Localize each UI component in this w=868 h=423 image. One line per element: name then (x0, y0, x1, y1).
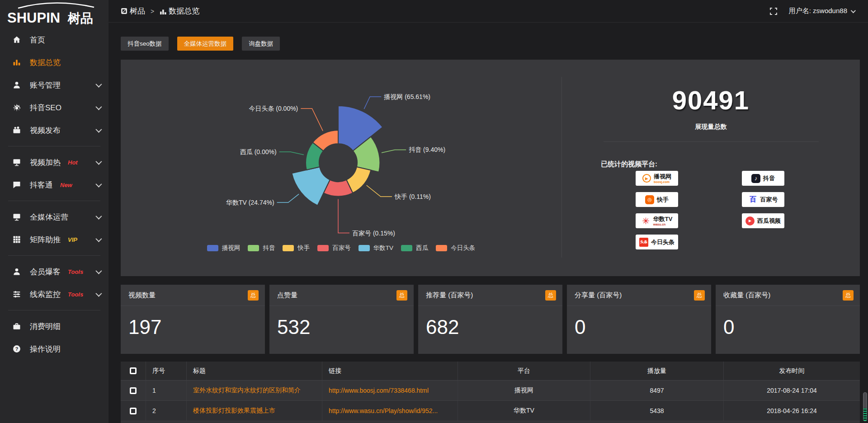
breadcrumb-label: 数据总览 (169, 6, 199, 16)
sidebar-item-抖客通[interactable]: 抖客通New (0, 174, 108, 196)
legend-item-华数TV[interactable]: 华数TV (359, 244, 393, 252)
total-badge[interactable]: 总 (396, 290, 407, 301)
stat-card-点赞量: 点赞量总532 (269, 285, 414, 354)
chevron-down-icon (851, 8, 856, 13)
pie-label: 今日头条 (0.00%) (249, 105, 298, 112)
sidebar-item-label: 矩阵助推 (30, 235, 61, 245)
pie-label-line (277, 194, 299, 202)
chevron-down-icon (95, 127, 102, 133)
menu-divider (8, 255, 100, 256)
platform-badge-快手[interactable]: ◎快手 (636, 192, 678, 207)
pie-label: 西瓜 (0.00%) (240, 148, 277, 155)
sidebar-item-label: 抖客通 (30, 180, 53, 190)
tab-抖音seo数据[interactable]: 抖音seo数据 (121, 37, 169, 51)
platform-badge-华数TV[interactable]: ✳华数TVwasu.cn (636, 213, 678, 228)
sidebar-item-会员爆客[interactable]: 会员爆客Tools (0, 260, 108, 283)
table-header-序号: 序号 (146, 362, 186, 380)
pie-slice-华数TV[interactable] (292, 167, 330, 205)
legend-label: 播视网 (222, 244, 241, 252)
sidebar-item-tag: Hot (68, 159, 78, 166)
breadcrumb-item[interactable]: 树品 (121, 6, 145, 16)
sidebar-item-账号管理[interactable]: 账号管理 (0, 74, 108, 96)
cell-link: http://www.wasu.cn/Play/show/id/952... (322, 401, 458, 421)
stat-card-视频数量: 视频数量总197 (121, 285, 265, 354)
cell-time: 2017-08-24 17:04 (723, 381, 860, 400)
video-title-link[interactable]: 室外水纹灯和室内水纹灯的区别和简介 (193, 386, 301, 395)
platform-badge-百家号[interactable]: 百百家号 (742, 192, 784, 207)
legend-item-快手[interactable]: 快手 (283, 244, 310, 252)
select-all-checkbox[interactable] (130, 367, 137, 374)
main-content: 抖音seo数据全媒体运营数据询盘数据 播视网 (65.61%)抖音 (9.40%… (108, 23, 868, 423)
wallet-icon (12, 321, 22, 331)
kuaishou-icon: ◎ (645, 195, 654, 204)
sidebar-item-label: 抖音SEO (30, 103, 61, 113)
sidebar-item-数据总览[interactable]: 数据总览 (0, 51, 108, 74)
chevron-down-icon (95, 236, 102, 242)
legend-item-播视网[interactable]: 播视网 (207, 244, 241, 252)
sidebar-item-操作说明[interactable]: ?操作说明 (0, 338, 108, 360)
platform-badge-播视网[interactable]: ▶播视网boosj.com (636, 171, 678, 186)
sidebar-item-label: 操作说明 (30, 344, 61, 354)
total-badge[interactable]: 总 (545, 290, 556, 301)
corner-widget[interactable] (863, 408, 867, 421)
sidebar-item-视频发布[interactable]: 视频发布 (0, 119, 108, 141)
sidebar-item-首页[interactable]: 首页 (0, 28, 108, 51)
stat-card-header: 分享量 (百家号)总 (567, 285, 711, 306)
legend-swatch (207, 245, 218, 251)
platform-badge-texts: 播视网boosj.com (654, 174, 671, 183)
breadcrumb-item[interactable]: 数据总览 (160, 6, 199, 16)
platform-badge-抖音[interactable]: ♪抖音 (742, 171, 784, 186)
tab-询盘数据[interactable]: 询盘数据 (242, 37, 280, 51)
toutiao-icon: 头条 (639, 238, 648, 247)
legend-item-今日头条[interactable]: 今日头条 (436, 244, 475, 252)
table-header-checkbox-cell (121, 362, 146, 380)
platform-sub: boosj.com (654, 180, 671, 183)
total-badge[interactable]: 总 (248, 290, 259, 301)
legend-swatch (359, 245, 370, 251)
video-title-link[interactable]: 楼体投影灯投影效果震撼上市 (193, 407, 275, 415)
sidebar-item-矩阵助推[interactable]: 矩阵助推VIP (0, 228, 108, 251)
overview-card: 播视网 (65.61%)抖音 (9.40%)快手 (0.11%)百家号 (0.1… (121, 60, 860, 276)
platform-badge-今日头条[interactable]: 头条今日头条 (636, 235, 678, 249)
pie-label-line (382, 150, 406, 153)
data-tabs: 抖音seo数据全媒体运营数据询盘数据 (121, 37, 860, 51)
horizontal-divider (604, 141, 819, 142)
total-badge[interactable]: 总 (843, 290, 854, 301)
total-badge[interactable]: 总 (694, 290, 705, 301)
username-label: 用户名: zswodun88 (789, 7, 847, 15)
cell-link: http://www.boosj.com/7338468.html (322, 381, 458, 400)
sidebar-item-抖音SEO[interactable]: 抖音SEO (0, 96, 108, 119)
video-url-link[interactable]: http://www.boosj.com/7338468.html (329, 387, 429, 394)
breadcrumb: 树品>数据总览 (121, 6, 199, 16)
sidebar-item-label: 消费明细 (30, 321, 61, 332)
pie-label: 华数TV (24.74%) (226, 199, 274, 206)
member-icon (12, 267, 22, 277)
legend-item-百家号[interactable]: 百家号 (317, 244, 351, 252)
platform-name: 快手 (657, 197, 669, 202)
legend-item-抖音[interactable]: 抖音 (248, 244, 275, 252)
row-checkbox[interactable] (130, 408, 137, 414)
sidebar-item-视频加热[interactable]: 视频加热Hot (0, 151, 108, 174)
tab-全媒体运营数据[interactable]: 全媒体运营数据 (177, 37, 234, 51)
video-url-link[interactable]: http://www.wasu.cn/Play/show/id/952... (329, 407, 438, 414)
platform-badge-西瓜视频[interactable]: ▶西瓜视频 (742, 213, 784, 228)
shupin-icon (121, 8, 127, 14)
username[interactable]: 用户名: zswodun88 (789, 7, 854, 15)
legend-label: 抖音 (263, 244, 275, 252)
row-checkbox[interactable] (130, 387, 137, 394)
stat-cards-row: 视频数量总197点赞量总532推荐量 (百家号)总682分享量 (百家号)总0收… (121, 285, 860, 354)
sidebar-item-线索监控[interactable]: 线索监控Tools (0, 283, 108, 306)
row-checkbox-cell (121, 381, 146, 400)
sidebar-item-消费明细[interactable]: 消费明细 (0, 315, 108, 338)
xigua-icon: ▶ (745, 216, 755, 226)
cell-seq: 1 (146, 381, 186, 400)
platform-name: 抖音 (763, 175, 775, 181)
sidebar-item-全媒体运营[interactable]: 全媒体运营 (0, 206, 108, 228)
stat-card-收藏量 (百家号): 收藏量 (百家号)总0 (716, 285, 860, 354)
impressions-total: 90491 (562, 85, 860, 115)
chevron-down-icon (95, 291, 102, 297)
legend-item-西瓜[interactable]: 西瓜 (401, 244, 428, 252)
fullscreen-icon[interactable] (770, 8, 777, 15)
sidebar-item-label: 全媒体运营 (30, 212, 68, 222)
stat-card-推荐量 (百家号): 推荐量 (百家号)总682 (418, 285, 562, 354)
